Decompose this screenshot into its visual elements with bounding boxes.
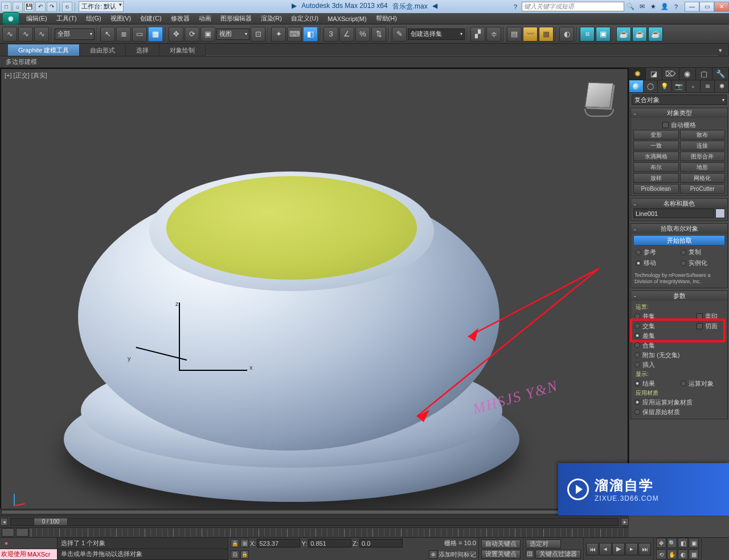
trackbar-curve-icon[interactable] — [16, 528, 28, 537]
type-connect[interactable]: 连接 — [680, 141, 726, 150]
chk-imprint[interactable] — [697, 313, 703, 320]
key-icon[interactable]: ⚿ — [526, 550, 534, 558]
manip-icon[interactable]: ✦ — [271, 27, 286, 42]
scale-icon[interactable]: ▣ — [200, 27, 215, 42]
coord-y[interactable]: 0.851 — [308, 539, 351, 547]
menu-group[interactable]: 组(G) — [81, 14, 106, 23]
render-setup-icon[interactable]: ⌗ — [580, 27, 595, 42]
app-menu-button[interactable]: ◉ — [2, 12, 19, 24]
nav-zoom-icon[interactable]: 🔍 — [667, 538, 677, 548]
mirror-icon[interactable]: ▞ — [470, 27, 485, 42]
menu-create[interactable]: 创建(C) — [136, 14, 166, 23]
radio-insert[interactable] — [634, 362, 640, 367]
ribbon-tab-freeform[interactable]: 自由形式 — [80, 44, 126, 56]
lights-tab-icon[interactable]: 💡 — [658, 80, 672, 92]
key-filters-button[interactable]: 关键点过滤器 — [535, 550, 581, 559]
hierarchy-tab-icon[interactable]: ⌦ — [662, 68, 679, 80]
angle-snap-icon[interactable]: ∠ — [339, 27, 354, 42]
qat-open-icon[interactable]: ⌂ — [13, 2, 23, 12]
utilities-tab-icon[interactable]: 🔧 — [712, 68, 729, 80]
snap-2d-icon[interactable]: ◧ — [303, 27, 318, 42]
pivot-icon[interactable]: ⊡ — [251, 27, 265, 42]
named-selection-set[interactable]: 创建选择集 — [408, 28, 465, 40]
move-icon[interactable]: ✥ — [169, 27, 183, 42]
type-loft[interactable]: 放样 — [633, 173, 679, 183]
ribbon-tab-graphite[interactable]: Graphite 建模工具 — [8, 44, 80, 56]
menu-animation[interactable]: 动画 — [194, 14, 216, 23]
next-frame-icon[interactable]: ▸ — [625, 543, 638, 555]
snap-3-icon[interactable]: 3 — [323, 27, 338, 42]
viewport-scroll[interactable] — [0, 509, 629, 516]
material-editor-icon[interactable]: ◐ — [559, 27, 574, 42]
star-icon[interactable]: ★ — [648, 2, 658, 12]
shapes-tab-icon[interactable]: ◯ — [644, 80, 658, 92]
nav-orbit-icon[interactable]: ⟲ — [656, 549, 666, 559]
binoculars-icon[interactable]: 🔍 — [625, 2, 636, 12]
bind-icon[interactable]: ∿ — [34, 27, 49, 42]
radio-keep-orig-mat[interactable] — [634, 409, 640, 415]
menu-grapheditors[interactable]: 图形编辑器 — [216, 14, 256, 23]
slider-next-icon[interactable]: ▸ — [621, 518, 629, 526]
select-name-icon[interactable]: ≣ — [116, 27, 131, 42]
layers-icon[interactable]: ▤ — [507, 27, 522, 42]
ribbon-tab-paint[interactable]: 对象绘制 — [159, 44, 206, 56]
time-tag-icon[interactable]: ⊕ — [429, 550, 437, 559]
track-bar[interactable] — [0, 527, 629, 537]
ribbon-collapse-icon[interactable]: ▾ — [719, 44, 729, 56]
radio-intersect[interactable] — [634, 323, 640, 329]
qat-new-icon[interactable]: □ — [1, 2, 11, 12]
radio-merge[interactable] — [634, 342, 640, 348]
lock-icon[interactable]: 🔒 — [231, 539, 239, 547]
ribbon-tab-selection[interactable]: 选择 — [126, 44, 159, 56]
type-morph[interactable]: 变形 — [633, 130, 679, 140]
display-tab-icon[interactable]: ▢ — [696, 68, 712, 80]
schematic-icon[interactable]: ▦ — [539, 27, 554, 42]
radio-move[interactable] — [636, 260, 641, 266]
keyboard-icon[interactable]: ⌨ — [287, 27, 302, 42]
systems-tab-icon[interactable]: ✱ — [715, 80, 729, 92]
object-name-input[interactable]: Line001 — [633, 209, 714, 218]
radio-attach[interactable] — [634, 352, 640, 358]
trackbar-toggle-icon[interactable] — [2, 528, 14, 537]
menu-modifiers[interactable]: 修改器 — [166, 14, 194, 23]
help-icon[interactable]: ? — [671, 2, 681, 12]
type-blobmesh[interactable]: 水滴网格 — [633, 152, 679, 161]
render-active-icon[interactable]: ☕ — [648, 27, 663, 42]
ribbon-polymodel[interactable]: 多边形建模 — [0, 58, 43, 66]
spacewarps-tab-icon[interactable]: ≋ — [701, 80, 715, 92]
macro-rec-icon[interactable]: ● — [0, 539, 13, 546]
nav-pan2-icon[interactable]: ✋ — [667, 549, 677, 559]
time-slider[interactable]: ◂ 0 / 100 ▸ — [0, 516, 629, 527]
unlink-icon[interactable]: ∿ — [18, 27, 33, 42]
abs-rel-icon[interactable]: ⊞ — [240, 539, 249, 547]
selection-filter[interactable]: 全部 — [55, 28, 95, 40]
selected-dropdown[interactable]: 选定对 — [526, 539, 561, 549]
auto-key-button[interactable]: 自动关键点 — [481, 539, 521, 549]
selection-lock-icon[interactable]: 🔒 — [240, 550, 249, 559]
menu-customize[interactable]: 自定义(U) — [286, 14, 323, 23]
menu-tools[interactable]: 工具(T) — [52, 14, 81, 23]
comm-center-icon[interactable]: ✉ — [637, 2, 647, 12]
start-pick-button[interactable]: 开始拾取 — [633, 235, 725, 246]
edit-named-sel-icon[interactable]: ✎ — [392, 27, 407, 42]
radio-union[interactable] — [634, 313, 640, 319]
spinner-snap-icon[interactable]: ⇅ — [371, 27, 386, 42]
qat-undo-icon[interactable]: ↶ — [35, 2, 46, 12]
nav-zoom-all-icon[interactable]: ▣ — [689, 538, 699, 548]
nav-field-icon[interactable]: ◧ — [678, 538, 688, 548]
search-input[interactable]: 键入关键字或短语 — [522, 2, 624, 11]
signin-icon[interactable]: 👤 — [660, 2, 670, 12]
radio-result[interactable] — [634, 381, 640, 386]
nav-arc-icon[interactable]: ◐ — [678, 549, 688, 559]
menu-rendering[interactable]: 渲染(R) — [256, 14, 286, 23]
type-conform[interactable]: 一致 — [633, 141, 679, 150]
radio-subtract[interactable] — [634, 333, 640, 338]
nav-maxmin-icon[interactable]: ▦ — [689, 549, 699, 559]
link-icon[interactable]: ∿ — [2, 27, 17, 42]
type-procutter[interactable]: ProCutter — [680, 184, 726, 194]
qat-redo-icon[interactable]: ↷ — [47, 2, 57, 12]
radio-copy[interactable] — [681, 250, 686, 255]
geometry-tab-icon[interactable] — [629, 80, 644, 92]
rotate-icon[interactable]: ⟳ — [185, 27, 199, 42]
qat-save-icon[interactable]: 💾 — [24, 2, 34, 12]
